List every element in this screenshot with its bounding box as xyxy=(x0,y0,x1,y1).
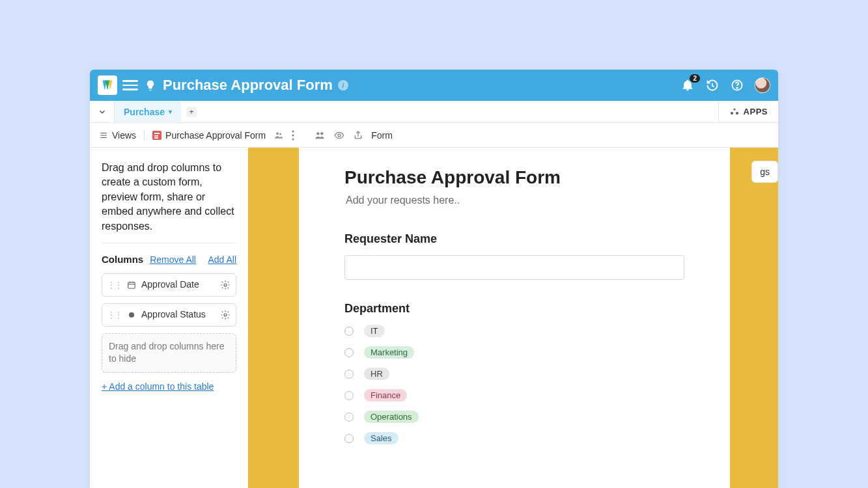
add-tab-button[interactable]: + xyxy=(186,107,197,117)
help-icon[interactable] xyxy=(730,78,744,92)
svg-point-10 xyxy=(292,134,294,136)
drag-handle-icon[interactable]: ⋮⋮ xyxy=(107,281,122,289)
views-label: Views xyxy=(112,130,136,141)
column-settings-icon[interactable] xyxy=(220,310,231,320)
form-subtitle: Add your requests here.. xyxy=(344,195,684,206)
columns-header: Columns Remove All Add All xyxy=(102,252,236,267)
department-option[interactable]: Finance xyxy=(344,389,684,401)
svg-point-12 xyxy=(316,132,319,135)
apps-button[interactable]: APPS xyxy=(718,101,778,122)
form-canvas: gs Purchase Approval Form Add your reque… xyxy=(248,148,778,488)
more-icon[interactable] xyxy=(292,130,294,141)
column-label: Approval Status xyxy=(141,308,215,321)
tabbar: Purchase ▾ + APPS xyxy=(90,101,778,123)
department-pill: HR xyxy=(364,368,389,380)
visibility-icon[interactable] xyxy=(333,130,345,141)
department-label: Department xyxy=(344,302,684,316)
form-card: Purchase Approval Form Add your requests… xyxy=(299,148,730,488)
sidebar-intro: Drag and drop columns to create a custom… xyxy=(102,161,236,243)
export-icon[interactable] xyxy=(353,130,363,141)
radio-button[interactable] xyxy=(344,391,354,400)
department-pill: Operations xyxy=(364,411,419,423)
column-item[interactable]: ⋮⋮ Approval Status xyxy=(102,303,236,327)
views-menu[interactable]: Views xyxy=(99,130,136,141)
department-pill: Marketing xyxy=(364,346,414,359)
current-view-label: Purchase Approval Form xyxy=(165,130,266,141)
svg-point-8 xyxy=(279,133,281,135)
department-option[interactable]: Marketing xyxy=(344,346,684,359)
column-item[interactable]: ⋮⋮ Approval Date xyxy=(102,273,236,297)
separator xyxy=(144,129,145,141)
titlebar: Purchase Approval Form i 2 xyxy=(90,70,778,101)
lightbulb-icon[interactable] xyxy=(145,79,156,91)
column-label: Approval Date xyxy=(141,278,215,291)
department-pill: IT xyxy=(364,325,385,337)
hamburger-icon[interactable] xyxy=(122,77,138,93)
requester-name-label: Requester Name xyxy=(344,232,684,246)
tab-add-area: + xyxy=(181,101,202,122)
svg-point-9 xyxy=(292,130,294,132)
svg-point-21 xyxy=(224,314,227,316)
app-logo[interactable] xyxy=(98,75,117,95)
sidebar: Drag and drop columns to create a custom… xyxy=(90,148,248,488)
hide-dropzone[interactable]: Drag and drop columns here to hide xyxy=(102,333,236,373)
svg-point-1 xyxy=(736,88,737,88)
svg-rect-15 xyxy=(128,282,135,288)
department-option[interactable]: Sales xyxy=(344,432,684,444)
columns-label: Columns xyxy=(102,252,143,266)
requester-name-input[interactable] xyxy=(344,255,684,280)
collaborators-icon[interactable] xyxy=(273,130,284,141)
info-icon[interactable]: i xyxy=(338,80,348,90)
calendar-icon xyxy=(127,280,136,290)
department-pill: Sales xyxy=(364,432,399,444)
department-option[interactable]: HR xyxy=(344,368,684,380)
avatar[interactable] xyxy=(755,77,770,93)
svg-point-3 xyxy=(736,112,738,115)
status-icon xyxy=(127,310,136,319)
remove-all-link[interactable]: Remove All xyxy=(150,254,196,267)
notifications-icon[interactable]: 2 xyxy=(680,78,695,92)
svg-point-11 xyxy=(292,138,294,140)
svg-point-20 xyxy=(129,312,134,317)
add-all-link[interactable]: Add All xyxy=(208,254,236,267)
chevron-down-icon: ▾ xyxy=(169,108,172,115)
form-label: Form xyxy=(371,130,393,141)
content: Drag and drop columns to create a custom… xyxy=(90,148,778,488)
radio-button[interactable] xyxy=(344,370,354,379)
column-settings-icon[interactable] xyxy=(220,280,231,290)
form-view-icon xyxy=(152,131,161,140)
radio-button[interactable] xyxy=(344,348,354,357)
radio-button[interactable] xyxy=(344,434,354,443)
app-window: Purchase Approval Form i 2 Purchase ▾ + … xyxy=(90,70,778,488)
form-label-item[interactable]: Form xyxy=(371,130,393,141)
drag-handle-icon[interactable]: ⋮⋮ xyxy=(107,311,122,319)
svg-point-13 xyxy=(320,132,323,135)
department-option[interactable]: Operations xyxy=(344,411,684,423)
radio-button[interactable] xyxy=(344,327,354,336)
form-title: Purchase Approval Form xyxy=(344,167,684,188)
tab-label: Purchase xyxy=(124,107,165,117)
svg-point-2 xyxy=(731,112,733,115)
department-pill: Finance xyxy=(364,389,407,401)
share-people-icon[interactable] xyxy=(314,130,326,141)
current-view[interactable]: Purchase Approval Form xyxy=(152,130,266,141)
tab-collapse-toggle[interactable] xyxy=(90,101,115,122)
viewbar: Views Purchase Approval Form Form xyxy=(90,123,778,148)
department-option[interactable]: IT xyxy=(344,325,684,337)
svg-point-14 xyxy=(338,134,341,137)
radio-button[interactable] xyxy=(344,413,354,422)
svg-point-19 xyxy=(224,284,227,286)
tab-purchase[interactable]: Purchase ▾ xyxy=(115,101,181,122)
add-column-link[interactable]: + Add a column to this table xyxy=(102,381,236,394)
notification-badge: 2 xyxy=(690,74,700,83)
settings-chip[interactable]: gs xyxy=(751,161,778,183)
page-title: Purchase Approval Form xyxy=(163,77,333,94)
history-icon[interactable] xyxy=(705,78,720,92)
apps-label: APPS xyxy=(744,107,768,116)
svg-point-7 xyxy=(276,132,279,135)
